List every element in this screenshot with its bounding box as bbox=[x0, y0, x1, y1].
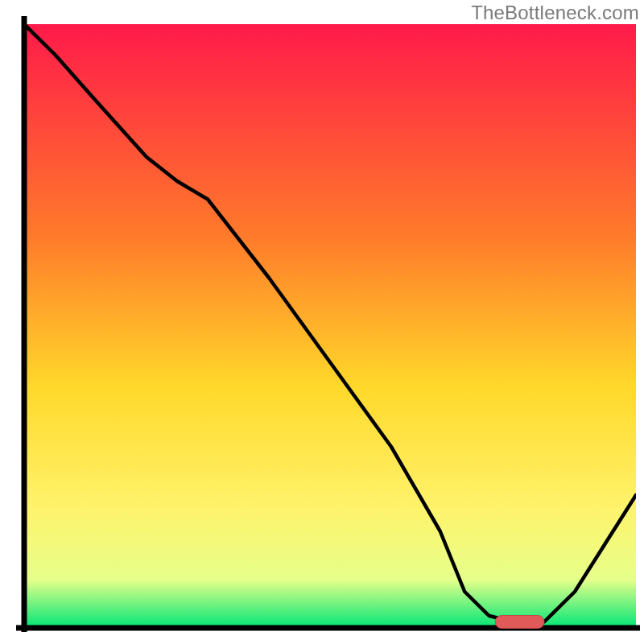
watermark-text: TheBottleneck.com bbox=[471, 2, 639, 24]
optimum-marker bbox=[495, 616, 544, 629]
chart-container: TheBottleneck.com bbox=[0, 0, 644, 644]
plot-background bbox=[24, 24, 636, 628]
bottleneck-chart bbox=[0, 0, 644, 644]
